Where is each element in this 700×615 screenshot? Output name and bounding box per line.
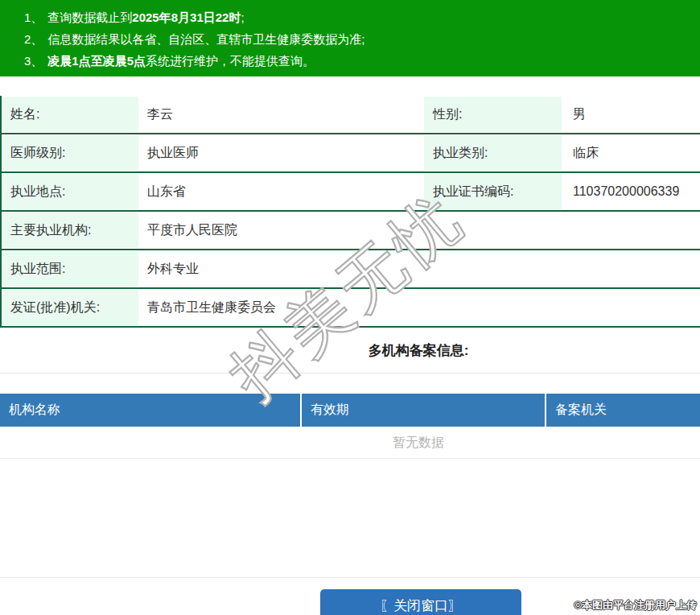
- org-name-column-header: 机构名称: [0, 394, 300, 427]
- notice-line-3: 3、凌晨1点至凌晨5点系统进行维护，不能提供查询。: [24, 50, 700, 72]
- name-label: 姓名:: [2, 96, 138, 133]
- footer-divider: [0, 577, 700, 578]
- doctor-level-label: 医师级别:: [2, 134, 138, 171]
- practice-location-value: 山东省: [138, 173, 424, 210]
- notice-line-2-text: 信息数据结果以各省、自治区、直辖市卫生健康委数据为准;: [47, 32, 364, 46]
- notice-line-3-bold: 凌晨1点至凌晨5点: [47, 54, 146, 68]
- issuing-authority-label: 发证(批准)机关:: [2, 289, 138, 326]
- notice-line-1: 1、查询数据截止到2025年8月31日22时;: [24, 6, 700, 28]
- notice-line-1-number: 1、: [24, 10, 43, 24]
- page-inner: 1、查询数据截止到2025年8月31日22时; 2、信息数据结果以各省、自治区、…: [0, 0, 700, 615]
- name-value: 李云: [138, 96, 424, 133]
- notice-line-1-tail: ;: [241, 10, 244, 24]
- notice-banner: 1、查询数据截止到2025年8月31日22时; 2、信息数据结果以各省、自治区、…: [0, 0, 700, 76]
- notice-line-1-text: 查询数据截止到: [47, 10, 132, 24]
- table-row-issuing-authority: 发证(批准)机关: 青岛市卫生健康委员会: [2, 289, 700, 328]
- notice-line-2: 2、信息数据结果以各省、自治区、直辖市卫生健康委数据为准;: [24, 28, 700, 50]
- filing-authority-column-header: 备案机关: [545, 394, 700, 427]
- issuing-authority-value: 青岛市卫生健康委员会: [138, 289, 700, 326]
- practice-scope-label: 执业范围:: [2, 250, 138, 287]
- multi-org-section-title: 多机构备案信息:: [0, 328, 700, 374]
- no-data-message: 暂无数据: [0, 427, 700, 459]
- doctor-info-table: 姓名: 李云 性别: 男 医师级别: 执业医师 执业类别: 临床 执业地点: 山…: [0, 96, 700, 328]
- practice-location-label: 执业地点:: [2, 173, 138, 210]
- multi-org-table: 机构名称 有效期 备案机关 暂无数据: [0, 394, 700, 459]
- doctor-registration-query-page: 1、查询数据截止到2025年8月31日22时; 2、信息数据结果以各省、自治区、…: [0, 0, 700, 615]
- table-row-level-category: 医师级别: 执业医师 执业类别: 临床: [2, 134, 700, 173]
- practice-scope-value: 外科专业: [138, 250, 700, 287]
- table-row-location-certificate: 执业地点: 山东省 执业证书编码: 110370200006339: [2, 173, 700, 212]
- certificate-number-label: 执业证书编码:: [424, 173, 562, 210]
- certificate-number-value: 110370200006339: [562, 173, 700, 210]
- multi-org-table-header: 机构名称 有效期 备案机关: [0, 394, 700, 427]
- practice-category-value: 临床: [562, 134, 700, 171]
- main-institution-label: 主要执业机构:: [2, 212, 138, 249]
- table-row-main-institution: 主要执业机构: 平度市人民医院: [2, 212, 700, 250]
- notice-line-3-tail: 系统进行维护，不能提供查询。: [146, 54, 315, 68]
- gender-label: 性别:: [424, 96, 562, 133]
- doctor-level-value: 执业医师: [138, 134, 424, 171]
- validity-column-header: 有效期: [300, 394, 545, 427]
- main-institution-value: 平度市人民医院: [138, 212, 700, 249]
- close-window-button[interactable]: 〖关闭窗口〗: [320, 589, 521, 615]
- practice-category-label: 执业类别:: [424, 134, 562, 171]
- table-row-name-gender: 姓名: 李云 性别: 男: [2, 96, 700, 134]
- gender-value: 男: [562, 96, 700, 133]
- notice-line-3-number: 3、: [24, 54, 43, 68]
- table-row-practice-scope: 执业范围: 外科专业: [2, 250, 700, 289]
- notice-line-1-bold: 2025年8月31日22时: [132, 10, 241, 24]
- notice-line-2-number: 2、: [24, 32, 43, 46]
